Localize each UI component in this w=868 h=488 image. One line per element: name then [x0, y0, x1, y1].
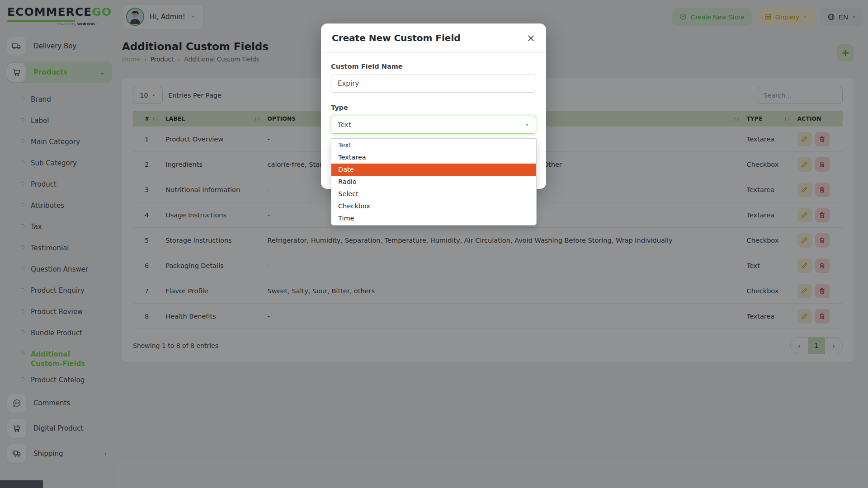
type-option-select[interactable]: Select	[331, 188, 536, 200]
custom-field-name-input[interactable]	[331, 75, 536, 93]
type-option-textarea[interactable]: Textarea	[331, 151, 536, 164]
modal-title: Create New Custom Field	[332, 33, 461, 43]
type-select-dropdown: Text Textarea Date Radio Select Checkbox…	[331, 138, 537, 225]
type-label: Type	[331, 104, 536, 111]
type-option-time[interactable]: Time	[331, 212, 536, 225]
custom-field-name-label: Custom Field Name	[331, 63, 536, 70]
modal-header: Create New Custom Field ×	[321, 23, 546, 53]
chevron-down-icon: ⌄	[524, 120, 529, 127]
type-option-text[interactable]: Text	[331, 139, 536, 151]
type-select[interactable]: Text ⌄	[331, 116, 536, 134]
modal-body: Custom Field Name Type Text ⌄	[321, 53, 546, 144]
type-option-radio[interactable]: Radio	[331, 176, 536, 188]
type-option-date[interactable]: Date	[331, 164, 536, 176]
type-option-checkbox[interactable]: Checkbox	[331, 200, 536, 212]
close-icon[interactable]: ×	[527, 33, 535, 43]
